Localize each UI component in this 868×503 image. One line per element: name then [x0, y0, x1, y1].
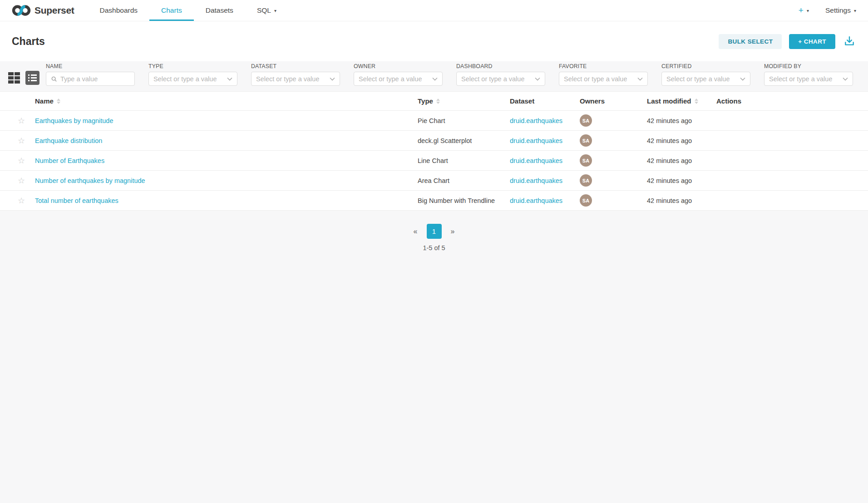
nav-item-datasets[interactable]: Datasets [194, 0, 245, 21]
header-actions: BULK SELECT + CHART [719, 34, 856, 49]
navbar-right: + ▾ Settings ▾ [799, 0, 856, 21]
page-header: Charts BULK SELECT + CHART [0, 21, 868, 61]
main-nav: Dashboards Charts Datasets SQL ▾ [88, 0, 288, 21]
nav-item-sql[interactable]: SQL ▾ [245, 0, 288, 21]
favorite-filter-select[interactable]: Select or type a value [559, 72, 648, 86]
type-filter-select[interactable]: Select or type a value [148, 72, 237, 86]
sort-icon [57, 99, 60, 104]
import-charts-button[interactable] [843, 35, 856, 48]
chevron-down-icon [330, 77, 335, 81]
modified-by-filter-select[interactable]: Select or type a value [764, 72, 853, 86]
owner-filter-select[interactable]: Select or type a value [354, 72, 443, 86]
chart-name-link[interactable]: Total number of earthquakes [35, 197, 118, 204]
filter-type: TYPE Select or type a value [148, 63, 237, 86]
pagination-summary: 1-5 of 5 [0, 244, 868, 252]
filter-label: MODIFIED BY [764, 63, 853, 69]
column-header-owners: Owners [580, 97, 647, 105]
filter-bar: NAME TYPE Select or type a value DATASET… [0, 61, 868, 86]
column-header-last-modified[interactable]: Last modified [647, 97, 716, 105]
view-mode-toggles [8, 71, 39, 85]
next-page-button[interactable]: » [448, 226, 458, 237]
name-filter-box[interactable] [46, 72, 135, 86]
certified-filter-select[interactable]: Select or type a value [661, 72, 750, 86]
last-modified: 42 minutes ago [647, 197, 716, 204]
chart-type: Area Chart [418, 177, 510, 184]
column-header-name[interactable]: Name [35, 97, 418, 105]
charts-table: Name Type Dataset Owners Last modified A… [0, 91, 868, 211]
caret-down-icon: ▾ [854, 8, 856, 13]
name-filter-input[interactable] [60, 75, 130, 83]
filter-name: NAME [46, 63, 135, 86]
settings-menu[interactable]: Settings ▾ [825, 6, 856, 15]
previous-page-button[interactable]: « [411, 226, 420, 237]
favorite-star-icon[interactable]: ☆ [18, 117, 25, 125]
search-icon [51, 76, 57, 82]
chart-name-link[interactable]: Number of Earthquakes [35, 157, 104, 164]
dataset-link[interactable]: druid.earthquakes [510, 137, 562, 144]
new-item-menu[interactable]: + ▾ [799, 5, 809, 15]
filter-label: NAME [46, 63, 135, 69]
owner-avatar[interactable]: SA [580, 114, 592, 127]
nav-item-dashboards[interactable]: Dashboards [88, 0, 149, 21]
chevron-down-icon [740, 77, 745, 81]
table-header-row: Name Type Dataset Owners Last modified A… [0, 92, 868, 111]
filter-dashboard: DASHBOARD Select or type a value [456, 63, 545, 86]
superset-logo[interactable]: Superset [12, 0, 74, 21]
add-chart-button[interactable]: + CHART [789, 34, 835, 49]
page-title: Charts [12, 35, 45, 48]
filter-label: DATASET [251, 63, 340, 69]
nav-item-charts[interactable]: Charts [149, 0, 194, 21]
card-view-toggle[interactable] [8, 72, 20, 84]
last-modified: 42 minutes ago [647, 157, 716, 164]
table-row: ☆ Total number of earthquakes Big Number… [0, 191, 868, 211]
last-modified: 42 minutes ago [647, 177, 716, 184]
filter-owner: OWNER Select or type a value [354, 63, 443, 86]
bulk-select-button[interactable]: BULK SELECT [719, 34, 782, 49]
dataset-filter-select[interactable]: Select or type a value [251, 72, 340, 86]
filter-favorite: FAVORITE Select or type a value [559, 63, 648, 86]
pagination: « 1 » [0, 224, 868, 239]
table-row: ☆ Number of earthquakes by magnitude Are… [0, 171, 868, 191]
dashboard-filter-select[interactable]: Select or type a value [456, 72, 545, 86]
caret-down-icon: ▾ [807, 8, 809, 13]
dataset-link[interactable]: druid.earthquakes [510, 177, 562, 184]
filter-modified-by: MODIFIED BY Select or type a value [764, 63, 853, 86]
favorite-star-icon[interactable]: ☆ [18, 137, 25, 145]
download-icon [843, 35, 855, 47]
content-area: NAME TYPE Select or type a value DATASET… [0, 61, 868, 503]
chart-type: Line Chart [418, 157, 510, 164]
chevron-down-icon [227, 77, 232, 81]
page-number-button[interactable]: 1 [427, 224, 442, 239]
table-row: ☆ Number of Earthquakes Line Chart druid… [0, 151, 868, 171]
superset-infinity-icon [12, 4, 31, 17]
owner-avatar[interactable]: SA [580, 194, 592, 207]
last-modified: 42 minutes ago [647, 137, 716, 144]
sort-icon [695, 99, 698, 104]
favorite-star-icon[interactable]: ☆ [18, 177, 25, 185]
chevron-down-icon [843, 77, 848, 81]
filter-certified: CERTIFIED Select or type a value [661, 63, 750, 86]
sort-icon [436, 99, 440, 104]
favorite-star-icon[interactable]: ☆ [18, 157, 25, 165]
column-header-dataset: Dataset [510, 97, 580, 105]
list-view-icon [28, 74, 39, 76]
filter-label: FAVORITE [559, 63, 648, 69]
owner-avatar[interactable]: SA [580, 134, 592, 147]
chart-name-link[interactable]: Earthquakes by magnitude [35, 117, 113, 124]
table-row: ☆ Earthquake distribution deck.gl Scatte… [0, 131, 868, 151]
dataset-link[interactable]: druid.earthquakes [510, 197, 562, 204]
chart-type: Big Number with Trendline [418, 197, 510, 204]
dataset-link[interactable]: druid.earthquakes [510, 117, 562, 124]
chart-name-link[interactable]: Number of earthquakes by magnitude [35, 177, 145, 184]
owner-avatar[interactable]: SA [580, 174, 592, 187]
filter-label: OWNER [354, 63, 443, 69]
favorite-star-icon[interactable]: ☆ [18, 197, 25, 205]
list-view-toggle[interactable] [25, 71, 39, 85]
grid-view-icon [8, 72, 14, 75]
owner-avatar[interactable]: SA [580, 154, 592, 167]
chart-name-link[interactable]: Earthquake distribution [35, 137, 102, 144]
filter-label: CERTIFIED [661, 63, 750, 69]
column-header-type[interactable]: Type [418, 97, 510, 105]
filter-dataset: DATASET Select or type a value [251, 63, 340, 86]
dataset-link[interactable]: druid.earthquakes [510, 157, 562, 164]
